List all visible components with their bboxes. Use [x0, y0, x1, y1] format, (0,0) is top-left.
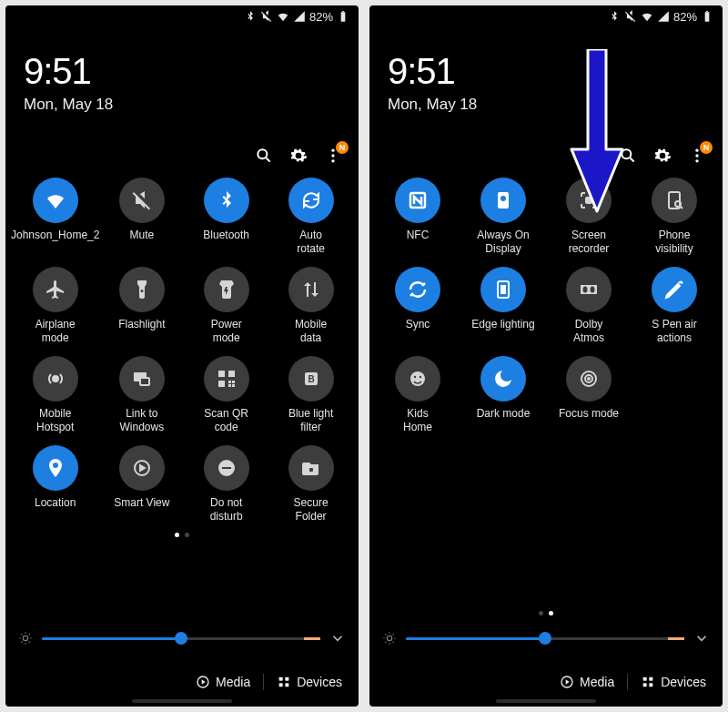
search-icon[interactable] — [255, 147, 273, 165]
tile-hotspot[interactable]: Mobile Hotspot — [11, 356, 99, 434]
clock-time: 9:51 — [388, 51, 704, 92]
signal-status-icon — [657, 10, 670, 23]
tile-label: Mute — [129, 229, 154, 256]
svg-rect-41 — [500, 285, 506, 294]
chevron-down-icon[interactable] — [329, 630, 346, 646]
battery-percent: 82% — [673, 10, 697, 24]
kids-icon — [395, 356, 440, 402]
tile-label: Secure Folder — [294, 496, 329, 524]
svg-rect-53 — [643, 677, 647, 681]
tile-power[interactable]: Power mode — [184, 267, 268, 345]
bluetooth-icon — [204, 178, 249, 223]
tile-securefolder[interactable]: Secure Folder — [268, 445, 353, 524]
nav-handle[interactable] — [496, 699, 596, 703]
tile-label: Always On Display — [477, 229, 529, 256]
tile-label: Kids Home — [403, 407, 432, 434]
tile-phonevis[interactable]: Phone visibility — [632, 178, 717, 256]
tile-label: Airplane mode — [35, 318, 76, 345]
page-dot — [539, 611, 543, 615]
focus-icon — [566, 356, 612, 402]
tile-label: Dark mode — [477, 407, 531, 434]
quick-settings-toolbar: N — [5, 119, 359, 174]
tile-label: NFC — [407, 229, 430, 256]
tile-sync[interactable]: Sync — [375, 267, 460, 345]
tile-mobiledata[interactable]: Mobile data — [268, 267, 353, 345]
tile-airplane[interactable]: Airplane mode — [11, 267, 99, 345]
autorotate-icon — [288, 178, 334, 223]
svg-rect-25 — [286, 677, 289, 681]
svg-point-30 — [622, 149, 631, 158]
phone-right: 82% 9:51 Mon, May 18 N NFCAlways On Disp… — [369, 5, 723, 707]
tile-label: Smart View — [114, 496, 169, 524]
darkmode-icon — [480, 356, 526, 402]
devices-button[interactable]: Devices — [641, 675, 706, 689]
tile-spen[interactable]: S Pen air actions — [632, 267, 717, 345]
battery-status-icon — [701, 10, 713, 23]
quick-settings-tiles: NFCAlways On DisplayScreen recorderPhone… — [369, 174, 723, 434]
gear-icon[interactable] — [289, 147, 308, 165]
devices-label: Devices — [661, 675, 706, 689]
tile-wifi[interactable]: Johnson_Home_2 — [11, 178, 99, 256]
tile-qr[interactable]: Scan QR code — [184, 356, 268, 434]
gear-icon[interactable] — [653, 147, 672, 165]
tile-mute[interactable]: Mute — [99, 178, 184, 256]
wifi-status-icon — [641, 10, 653, 23]
nav-handle[interactable] — [132, 699, 232, 703]
grid-icon — [277, 675, 291, 689]
tile-label: Link to Windows — [119, 407, 164, 434]
svg-rect-14 — [228, 384, 231, 387]
battery-percent: 82% — [309, 10, 333, 24]
dolby-icon — [566, 267, 612, 312]
more-icon[interactable]: N — [688, 147, 706, 165]
tile-dnd[interactable]: Do not disturb — [184, 445, 268, 524]
svg-rect-37 — [586, 198, 592, 203]
tile-edgelight[interactable]: Edge lighting — [460, 267, 546, 345]
svg-rect-15 — [232, 381, 235, 383]
tile-kids[interactable]: Kids Home — [375, 356, 460, 434]
divider — [627, 674, 628, 690]
search-icon[interactable] — [619, 147, 637, 165]
bluetooth-status-icon — [244, 10, 257, 23]
svg-point-5 — [331, 159, 334, 162]
svg-rect-8 — [140, 378, 149, 385]
edgelight-icon — [480, 267, 526, 312]
svg-rect-10 — [228, 371, 235, 377]
svg-point-32 — [695, 154, 698, 157]
tile-dolby[interactable]: Dolby Atmos — [546, 267, 632, 345]
smartview-icon — [119, 445, 165, 491]
tile-label: Johnson_Home_2 — [11, 229, 99, 256]
tile-autorotate[interactable]: Auto rotate — [268, 178, 353, 256]
tile-screenrec[interactable]: Screen recorder — [546, 178, 632, 256]
brightness-slider[interactable] — [406, 637, 684, 640]
devices-button[interactable]: Devices — [277, 675, 342, 689]
media-button[interactable]: Media — [560, 675, 614, 689]
chevron-down-icon[interactable] — [693, 630, 710, 646]
play-circle-icon — [560, 675, 574, 689]
svg-point-51 — [387, 636, 391, 640]
brightness-row — [5, 630, 359, 646]
tile-flashlight[interactable]: Flashlight — [99, 267, 184, 345]
media-button[interactable]: Media — [196, 675, 250, 689]
tile-focus[interactable]: Focus mode — [546, 356, 632, 434]
svg-point-6 — [53, 376, 58, 381]
tile-linkwindows[interactable]: Link to Windows — [99, 356, 184, 434]
svg-rect-0 — [341, 12, 346, 21]
status-bar: 82% — [5, 5, 359, 27]
tile-location[interactable]: Location — [11, 445, 99, 524]
media-label: Media — [580, 675, 614, 689]
tile-label: Mobile Hotspot — [36, 407, 74, 434]
tile-smartview[interactable]: Smart View — [99, 445, 184, 524]
bottom-buttons: Media Devices — [5, 674, 359, 690]
brightness-slider[interactable] — [42, 637, 320, 640]
tile-darkmode[interactable]: Dark mode — [460, 356, 546, 434]
tile-nfc[interactable]: NFC — [375, 178, 460, 256]
more-icon[interactable]: N — [324, 147, 342, 165]
dnd-icon — [204, 445, 249, 491]
svg-point-39 — [675, 201, 681, 207]
tile-aod[interactable]: Always On Display — [460, 178, 546, 256]
tile-bluelight[interactable]: BBlue light filter — [268, 356, 353, 434]
tile-label: Scan QR code — [204, 407, 248, 434]
notification-badge: N — [336, 141, 349, 154]
tile-label: Edge lighting — [471, 318, 534, 345]
tile-bluetooth[interactable]: Bluetooth — [184, 178, 268, 256]
